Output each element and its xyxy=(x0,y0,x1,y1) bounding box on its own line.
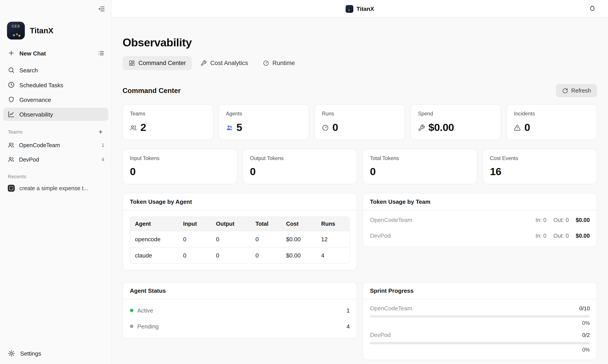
app-logo-small xyxy=(345,5,353,13)
cell-agent: opencode xyxy=(130,231,179,247)
sidebar-item-governance[interactable]: Governance xyxy=(3,93,108,106)
egg-icon xyxy=(588,5,596,13)
page-title: Observability xyxy=(123,36,597,49)
cell-output: 0 xyxy=(211,231,251,247)
sidebar-item-label: Observability xyxy=(19,111,53,118)
sidebar-item-settings[interactable]: Settings xyxy=(0,344,111,364)
recents-section-header: Recents xyxy=(0,167,111,181)
stat-label: Output Tokens xyxy=(250,155,350,161)
team-usage-row: OpenCodeTeam In: 0 Out: 0 $0.00 xyxy=(370,212,590,228)
sprint-percent: 0% xyxy=(370,347,590,353)
tab-command-center[interactable]: Command Center xyxy=(123,56,192,70)
status-row: Active 1 xyxy=(130,302,350,318)
sprint-ratio: 0/2 xyxy=(582,332,590,338)
table-row: claude 0 0 0 $0.00 4 xyxy=(130,247,349,263)
gauge-icon xyxy=(263,60,269,66)
sidebar-toggle-button[interactable] xyxy=(96,3,107,15)
section-title: Command Center xyxy=(123,87,181,95)
users-icon xyxy=(130,124,137,131)
chat-list-button[interactable] xyxy=(95,47,107,59)
wrench-icon xyxy=(201,60,207,66)
stat-label: Input Tokens xyxy=(130,155,230,161)
app-logo: CES xyxy=(7,22,25,39)
cell-agent: claude xyxy=(130,247,179,263)
add-team-button[interactable] xyxy=(96,127,105,136)
sidebar-item-label: Scheduled Tasks xyxy=(19,81,63,88)
warning-icon xyxy=(514,124,521,131)
gear-icon xyxy=(8,350,15,357)
stat-value: 5 xyxy=(236,122,242,134)
panel-title: Token Usage by Agent xyxy=(123,193,357,210)
cell-total: 0 xyxy=(251,247,281,263)
refresh-label: Refresh xyxy=(571,88,591,94)
users-icon xyxy=(8,142,14,148)
col-input: Input xyxy=(179,217,211,231)
stats-row: Teams 2 Agents 5 Runs xyxy=(123,104,597,140)
token-usage-by-agent-panel: Token Usage by Agent Agent Input Output … xyxy=(123,193,357,270)
sidebar-item-label: Search xyxy=(19,67,38,74)
topbar-right-button[interactable] xyxy=(586,3,598,14)
col-runs: Runs xyxy=(317,217,349,231)
stat-card-total-tokens: Total Tokens 0 xyxy=(362,149,477,184)
stat-value: 0 xyxy=(250,166,350,178)
stat-value: 0 xyxy=(332,122,338,134)
col-output: Output xyxy=(211,217,251,231)
stat-label: Spend xyxy=(418,111,494,117)
settings-label: Settings xyxy=(20,350,41,357)
plus-icon xyxy=(8,50,15,56)
sprint-row: OpenCodeTeam 0/10 0% xyxy=(370,305,590,326)
dashboard-icon xyxy=(129,60,135,66)
team-cost: $0.00 xyxy=(576,217,590,223)
tab-bar: Command Center Cost Analytics Runtime xyxy=(123,56,597,70)
status-label: Pending xyxy=(137,323,159,330)
sidebar-team-devpod[interactable]: DevPod 4 xyxy=(3,153,108,166)
col-agent: Agent xyxy=(130,217,179,231)
sidebar: CES TitanX New Chat Search Scheduled Tas… xyxy=(0,0,112,364)
team-count: 1 xyxy=(102,142,104,148)
stat-label: Incidents xyxy=(514,111,590,117)
teams-section-header: Teams xyxy=(0,122,111,138)
clock-icon xyxy=(8,81,15,88)
users-filled-icon xyxy=(226,124,233,131)
stat-label: Runs xyxy=(322,111,398,117)
panel-title: Token Usage by Team xyxy=(363,193,597,210)
sprint-team: OpenCodeTeam xyxy=(370,305,413,312)
new-chat-button[interactable]: New Chat xyxy=(3,44,108,62)
panel-title: Agent Status xyxy=(123,282,357,299)
shield-icon xyxy=(8,96,15,103)
cell-runs: 4 xyxy=(317,247,349,263)
refresh-icon xyxy=(562,88,568,93)
team-name: DevPod xyxy=(370,232,391,239)
sidebar-item-scheduled-tasks[interactable]: Scheduled Tasks xyxy=(3,78,108,91)
app-title: TitanX xyxy=(30,26,53,35)
sidebar-item-label: Governance xyxy=(19,96,51,103)
tab-runtime[interactable]: Runtime xyxy=(257,56,301,70)
logo-text: CES xyxy=(12,25,20,28)
refresh-button[interactable]: Refresh xyxy=(556,84,597,97)
app-logo-row: CES TitanX xyxy=(0,18,111,43)
cell-cost: $0.00 xyxy=(281,231,317,247)
app-window: CES TitanX New Chat Search Scheduled Tas… xyxy=(0,0,608,364)
stat-value: 2 xyxy=(140,122,146,134)
cell-total: 0 xyxy=(251,231,281,247)
team-out: Out: 0 xyxy=(553,233,569,239)
sidebar-item-search[interactable]: Search xyxy=(3,64,108,77)
recent-chat-item[interactable]: create a simple expense t... xyxy=(3,182,108,195)
team-label: DevPod xyxy=(19,156,39,162)
status-value: 4 xyxy=(346,323,350,330)
stat-label: Teams xyxy=(130,111,206,117)
status-dot xyxy=(130,325,134,328)
stat-label: Cost Events xyxy=(490,155,590,161)
sidebar-item-observability[interactable]: Observability xyxy=(3,108,108,121)
stat-value: 0 xyxy=(370,166,470,178)
token-usage-by-team-panel: Token Usage by Team OpenCodeTeam In: 0 O… xyxy=(362,193,597,247)
sidebar-team-opencodeteam[interactable]: OpenCodeTeam 1 xyxy=(3,139,108,152)
tab-label: Runtime xyxy=(272,60,295,66)
sprint-ratio: 0/10 xyxy=(579,305,590,311)
cell-runs: 12 xyxy=(317,231,349,247)
stat-card-teams: Teams 2 xyxy=(123,104,213,140)
sprint-percent: 0% xyxy=(370,320,590,326)
team-in: In: 0 xyxy=(536,217,546,223)
new-chat-label: New Chat xyxy=(19,50,90,56)
tab-cost-analytics[interactable]: Cost Analytics xyxy=(194,56,254,70)
